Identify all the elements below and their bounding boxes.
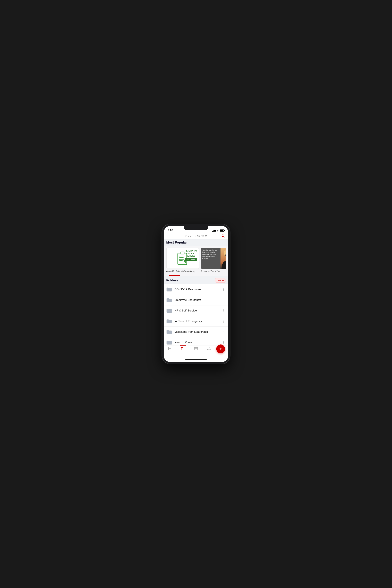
- folder-name-leadership: Messages from Leadership: [174, 330, 222, 334]
- folder-item-emergency[interactable]: In Case of Emergency: [164, 316, 228, 327]
- nav-item-folders[interactable]: [176, 347, 190, 350]
- phone-screen: 2:03: [164, 226, 228, 362]
- svg-rect-14: [194, 348, 198, 350]
- signal-icon: [212, 230, 216, 232]
- folder-icon-covid: [166, 287, 172, 292]
- add-icon: +: [219, 346, 222, 351]
- svg-rect-5: [179, 257, 184, 258]
- folders-header: Folders ↑ Name: [164, 276, 228, 284]
- search-icon: [221, 234, 225, 238]
- status-icons: [212, 229, 224, 232]
- folders-title: Folders: [166, 278, 178, 282]
- app-content: ⚙ GET IN GEAR ⚙ Most Popular: [164, 233, 228, 345]
- folder-more-emergency[interactable]: [222, 319, 226, 323]
- svg-line-1: [224, 236, 224, 237]
- most-popular-header: Most Popular: [164, 239, 228, 246]
- folder-item-covid[interactable]: COVID-19 Resources: [164, 284, 228, 295]
- folder-more-hr[interactable]: [222, 309, 226, 312]
- take-now-button[interactable]: TAKE NOW: [184, 258, 197, 261]
- quote-card-image: "Coming together is a beginning; keeping…: [201, 248, 226, 269]
- folder-name-shoutouts: Employee Shoutouts!: [174, 298, 222, 302]
- folders-icon: [181, 347, 185, 350]
- folder-name-emergency: In Case of Emergency: [174, 320, 222, 323]
- survey-text: RETURN TOWORKSURVEY TAKE NOW: [184, 250, 197, 261]
- folder-icon-hr: [166, 308, 172, 313]
- nav-item-news[interactable]: [164, 347, 176, 350]
- survey-card-image: RETURN TOWORKSURVEY TAKE NOW: [166, 248, 199, 269]
- folder-icon-leadership: [166, 329, 172, 334]
- svg-rect-6: [179, 259, 184, 260]
- sort-icon: ↑: [216, 279, 218, 282]
- folder-icon-need-to-know: [166, 340, 172, 345]
- phone-frame: 2:03: [162, 224, 230, 364]
- top-bar: ⚙ GET IN GEAR ⚙: [164, 233, 228, 239]
- calendar-icon: [194, 347, 198, 350]
- folder-more-covid[interactable]: [222, 288, 226, 292]
- status-time: 2:03: [168, 229, 173, 232]
- wifi-icon: [216, 229, 219, 232]
- folder-name-covid: COVID-19 Resources: [174, 288, 222, 291]
- most-popular-title: Most Popular: [166, 240, 187, 244]
- nav-item-notifications[interactable]: [202, 347, 216, 351]
- folder-item-hr[interactable]: HR & Self-Service: [164, 306, 228, 316]
- folder-more-need-to-know[interactable]: [222, 340, 226, 344]
- svg-rect-7: [179, 260, 182, 261]
- bell-icon: [207, 347, 211, 351]
- carousel-items: RETURN TOWORKSURVEY TAKE NOW Covid-19 | …: [166, 248, 226, 274]
- add-button[interactable]: +: [216, 344, 225, 353]
- svg-rect-3: [180, 252, 184, 254]
- person-photo: [220, 248, 226, 269]
- folder-list: COVID-19 Resources Employee Shoutouts!: [164, 284, 228, 345]
- svg-rect-8: [179, 262, 183, 262]
- survey-card[interactable]: RETURN TOWORKSURVEY TAKE NOW Covid-19 | …: [166, 248, 199, 274]
- app-logo: ⚙ GET IN GEAR ⚙: [185, 234, 207, 237]
- folder-item-shoutouts[interactable]: Employee Shoutouts!: [164, 295, 228, 306]
- folder-icon-emergency: [166, 319, 172, 324]
- search-button[interactable]: [220, 233, 226, 238]
- nav-item-calendar[interactable]: [190, 347, 202, 350]
- survey-title: RETURN TOWORKSURVEY: [184, 250, 197, 257]
- home-bar: [186, 359, 206, 360]
- carousel-area: RETURN TOWORKSURVEY TAKE NOW Covid-19 | …: [164, 246, 228, 276]
- folder-item-leadership[interactable]: Messages from Leadership: [164, 327, 228, 337]
- home-indicator: [164, 357, 228, 362]
- news-icon: [168, 347, 172, 350]
- quote-text: "Coming together is a beginning; keeping…: [202, 249, 220, 260]
- svg-rect-4: [179, 256, 184, 256]
- quote-card-label: A Heartfelt Thank You: [201, 270, 226, 274]
- sort-button[interactable]: ↑ Name: [215, 278, 226, 282]
- folder-more-leadership[interactable]: [222, 330, 226, 334]
- folder-item-need-to-know[interactable]: Need to Know: [164, 337, 228, 345]
- folder-icon-shoutouts: [166, 298, 172, 303]
- quote-card[interactable]: "Coming together is a beginning; keeping…: [201, 248, 226, 274]
- battery-icon: [220, 230, 224, 232]
- folder-name-hr: HR & Self-Service: [174, 309, 222, 312]
- notch: [184, 226, 208, 230]
- survey-card-label: Covid-19 | Return to Work Survey: [166, 270, 199, 274]
- folder-name-need-to-know: Need to Know: [174, 341, 222, 344]
- nav-active-indicator: [180, 346, 186, 346]
- sort-label: Name: [218, 279, 224, 282]
- folder-more-shoutouts[interactable]: [222, 298, 226, 302]
